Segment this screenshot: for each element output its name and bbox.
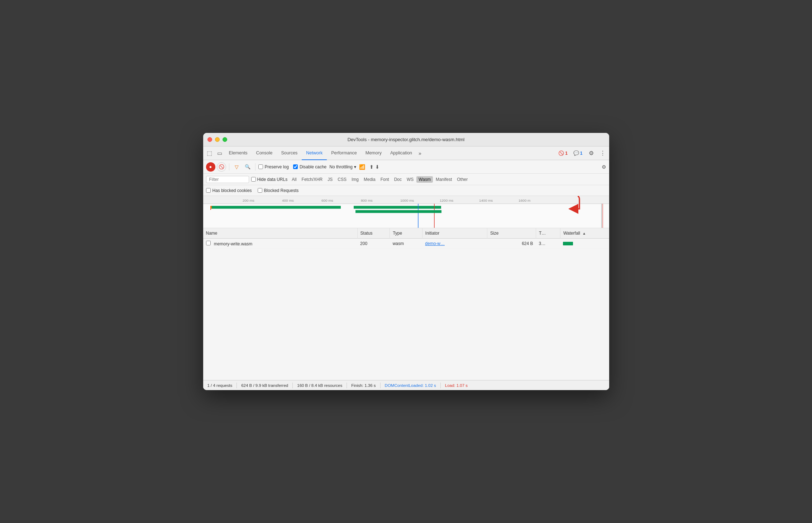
wf-bar-segment xyxy=(563,242,573,245)
col-type-label: Type xyxy=(393,231,402,236)
message-icon: 💬 xyxy=(573,150,579,156)
wifi-icon: 📶 xyxy=(359,164,365,170)
disable-cache-label[interactable]: Disable cache xyxy=(293,164,326,169)
col-header-initiator[interactable]: Initiator xyxy=(422,228,487,238)
svg-text:800 ms: 800 ms xyxy=(361,198,373,202)
has-blocked-cookies-label[interactable]: Has blocked cookies xyxy=(206,188,252,193)
device-mode-icon[interactable]: ▭ xyxy=(215,148,225,158)
col-header-name[interactable]: Name xyxy=(203,228,358,238)
filter-css[interactable]: CSS xyxy=(335,176,349,183)
svg-text:400 ms: 400 ms xyxy=(282,198,294,202)
col-header-time[interactable]: T… xyxy=(536,228,560,238)
svg-text:1400 ms: 1400 ms xyxy=(479,198,493,202)
col-header-status[interactable]: Status xyxy=(357,228,390,238)
download-icon[interactable]: ⬇ xyxy=(375,164,379,170)
nav-right: 🚫 1 💬 1 ⚙ ⋮ xyxy=(556,148,607,158)
error-count: 1 xyxy=(565,151,568,156)
minimize-button[interactable] xyxy=(215,137,220,142)
throttle-arrow: ▾ xyxy=(354,164,356,169)
col-status-label: Status xyxy=(360,231,373,236)
row-initiator-cell: demo-w… xyxy=(422,238,487,249)
filter-fetch-xhr[interactable]: Fetch/XHR xyxy=(300,176,325,183)
tab-memory[interactable]: Memory xyxy=(361,147,386,160)
blocked-requests-text: Blocked Requests xyxy=(264,188,299,193)
tab-sources[interactable]: Sources xyxy=(277,147,302,160)
filter-all[interactable]: All xyxy=(290,176,298,183)
col-header-waterfall[interactable]: Waterfall ▲ xyxy=(560,228,609,238)
maximize-button[interactable] xyxy=(223,137,227,142)
col-initiator-label: Initiator xyxy=(425,231,439,236)
svg-rect-17 xyxy=(355,210,441,213)
filter-font[interactable]: Font xyxy=(378,176,391,183)
has-blocked-cookies-text: Has blocked cookies xyxy=(212,188,252,193)
filter-type-buttons: All Fetch/XHR JS CSS Img Media Font Doc … xyxy=(290,176,606,183)
blocked-requests-checkbox[interactable] xyxy=(258,188,262,193)
col-header-size[interactable]: Size xyxy=(487,228,536,238)
network-table: Name Status Type Initiator Size xyxy=(203,228,609,249)
status-bar: 1 / 4 requests 624 B / 9.9 kB transferre… xyxy=(203,380,609,390)
preserve-log-label[interactable]: Preserve log xyxy=(258,164,289,169)
filter-ws[interactable]: WS xyxy=(405,176,416,183)
table-row[interactable]: memory-write.wasm 200 wasm demo-w… 624 B xyxy=(203,238,609,249)
select-mode-icon[interactable]: ⬚ xyxy=(205,148,215,158)
svg-text:1200 ms: 1200 ms xyxy=(440,198,453,202)
status-sep-4 xyxy=(380,383,381,388)
tab-network[interactable]: Network xyxy=(302,147,327,160)
row-name-cell: memory-write.wasm xyxy=(203,238,358,249)
svg-rect-11 xyxy=(212,206,341,209)
col-waterfall-label: Waterfall xyxy=(563,231,580,236)
row-type: wasm xyxy=(393,241,404,246)
error-badge[interactable]: 🚫 1 xyxy=(556,150,570,157)
filter-js[interactable]: JS xyxy=(325,176,335,183)
col-time-label: T… xyxy=(539,231,546,236)
hide-data-urls-label[interactable]: Hide data URLs xyxy=(251,177,288,182)
filter-other[interactable]: Other xyxy=(455,176,470,183)
tab-elements[interactable]: Elements xyxy=(225,147,252,160)
disable-cache-checkbox[interactable] xyxy=(293,164,298,169)
more-tabs-button[interactable]: » xyxy=(416,149,424,158)
message-badge[interactable]: 💬 1 xyxy=(571,150,585,157)
row-status: 200 xyxy=(360,241,367,246)
filter-input[interactable] xyxy=(206,176,249,183)
status-sep-5 xyxy=(440,383,441,388)
has-blocked-cookies-checkbox[interactable] xyxy=(206,188,211,193)
filter-media[interactable]: Media xyxy=(362,176,378,183)
status-resources: 160 B / 8.4 kB resources xyxy=(297,383,342,388)
settings-button[interactable]: ⚙ xyxy=(586,148,596,158)
waterfall-bar xyxy=(563,241,606,246)
svg-text:600 ms: 600 ms xyxy=(321,198,333,202)
table-body: memory-write.wasm 200 wasm demo-w… 624 B xyxy=(203,238,609,249)
tab-application[interactable]: Application xyxy=(386,147,416,160)
status-dom-content-loaded: DOMContentLoaded: 1.02 s xyxy=(385,383,436,388)
hide-data-urls-checkbox[interactable] xyxy=(251,177,256,182)
upload-icon[interactable]: ⬆ xyxy=(369,164,374,170)
filter-doc[interactable]: Doc xyxy=(392,176,404,183)
toolbar-right-area: ⚙ xyxy=(602,164,606,170)
filter-wasm[interactable]: Wasm xyxy=(416,176,433,183)
more-options-button[interactable]: ⋮ xyxy=(598,148,608,158)
col-name-label: Name xyxy=(206,231,218,236)
row-waterfall-cell xyxy=(560,238,609,249)
filter-img[interactable]: Img xyxy=(349,176,361,183)
tab-performance[interactable]: Performance xyxy=(327,147,361,160)
blocked-requests-label[interactable]: Blocked Requests xyxy=(258,188,299,193)
tab-console[interactable]: Console xyxy=(252,147,277,160)
network-settings-button[interactable]: ⚙ xyxy=(602,164,606,170)
throttle-selector[interactable]: No throttling ▾ xyxy=(328,164,358,169)
row-size: 624 B xyxy=(490,241,533,246)
record-button[interactable]: ● xyxy=(206,162,215,172)
status-sep-2 xyxy=(292,383,293,388)
preserve-log-checkbox[interactable] xyxy=(258,164,263,169)
filter-button[interactable]: ▽ xyxy=(232,162,242,172)
stop-button[interactable]: 🚫 xyxy=(217,162,226,172)
row-checkbox[interactable] xyxy=(206,241,211,245)
col-header-type[interactable]: Type xyxy=(390,228,422,238)
close-button[interactable] xyxy=(207,137,212,142)
status-load: Load: 1.07 s xyxy=(445,383,468,388)
throttle-label: No throttling xyxy=(329,164,353,169)
toolbar-divider-2 xyxy=(255,163,255,171)
search-button[interactable]: 🔍 xyxy=(243,162,252,172)
preserve-log-text: Preserve log xyxy=(265,164,289,169)
row-initiator-link[interactable]: demo-w… xyxy=(425,241,445,246)
filter-manifest[interactable]: Manifest xyxy=(434,176,454,183)
